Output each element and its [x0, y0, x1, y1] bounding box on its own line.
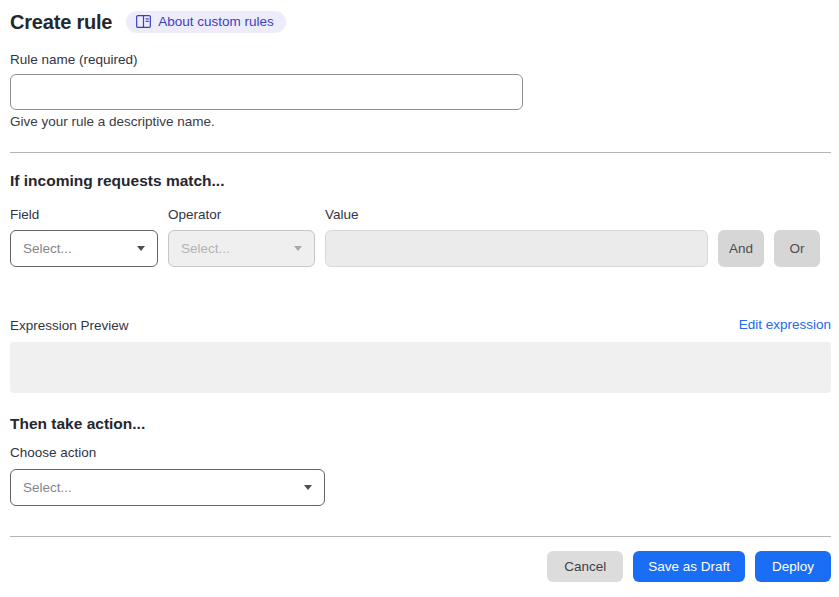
field-select[interactable]: Select...: [10, 230, 158, 267]
expression-preview-row: Expression Preview Edit expression: [10, 317, 831, 333]
condition-labels-row: Field Operator Value: [10, 208, 831, 222]
operator-label: Operator: [168, 208, 325, 222]
or-button[interactable]: Or: [774, 230, 820, 267]
save-as-draft-button[interactable]: Save as Draft: [633, 551, 745, 582]
condition-row: Select... Select... And Or: [10, 230, 820, 267]
rule-name-helper: Give your rule a descriptive name.: [10, 115, 831, 129]
operator-select: Select...: [168, 230, 315, 267]
cancel-button[interactable]: Cancel: [547, 551, 623, 582]
field-label: Field: [10, 208, 168, 222]
rule-name-input[interactable]: [10, 74, 523, 110]
match-section-heading: If incoming requests match...: [10, 171, 831, 190]
page-title: Create rule: [10, 11, 112, 34]
footer-divider: [10, 536, 831, 537]
action-section-heading: Then take action...: [10, 414, 831, 433]
operator-select-placeholder: Select...: [181, 241, 230, 256]
header: Create rule About custom rules: [10, 10, 831, 34]
rule-name-label: Rule name (required): [10, 53, 831, 67]
deploy-button[interactable]: Deploy: [755, 551, 831, 582]
chevron-down-icon: [137, 246, 145, 251]
expression-preview-label: Expression Preview: [10, 319, 129, 333]
footer: Cancel Save as Draft Deploy: [10, 551, 831, 582]
expression-preview-box: [10, 342, 831, 393]
create-rule-panel: Create rule About custom rules Rule name…: [0, 0, 839, 597]
chevron-down-icon: [304, 485, 312, 490]
about-custom-rules-link[interactable]: About custom rules: [126, 11, 286, 34]
choose-action-placeholder: Select...: [23, 480, 72, 495]
edit-expression-link[interactable]: Edit expression: [739, 317, 831, 333]
choose-action-label: Choose action: [10, 446, 831, 460]
field-select-placeholder: Select...: [23, 241, 72, 256]
book-icon: [136, 15, 151, 28]
and-button[interactable]: And: [718, 230, 764, 267]
value-input: [325, 230, 708, 267]
value-label: Value: [325, 208, 359, 222]
choose-action-select[interactable]: Select...: [10, 469, 325, 506]
chevron-down-icon: [294, 246, 302, 251]
section-divider: [10, 152, 831, 153]
about-custom-rules-label: About custom rules: [158, 15, 274, 29]
